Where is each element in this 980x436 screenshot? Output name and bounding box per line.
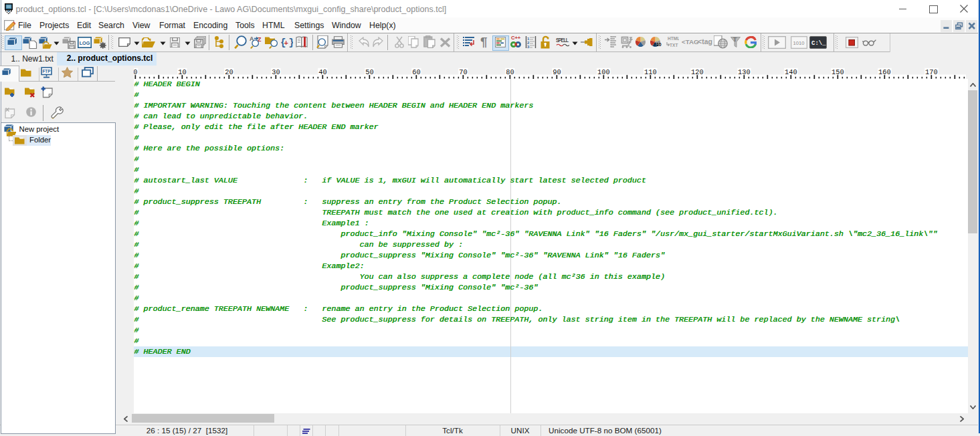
svg-text:130: 130 <box>738 68 751 76</box>
svg-text:#10: #10 <box>654 42 662 47</box>
svg-text:C:\_: C:\_ <box>811 40 826 47</box>
svg-text:50: 50 <box>365 68 373 76</box>
svg-text:70: 70 <box>459 68 467 76</box>
svg-text:LOG: LOG <box>80 40 90 46</box>
svg-text:0: 0 <box>134 68 138 76</box>
svg-text:C++: C++ <box>511 35 521 41</box>
svg-text:140: 140 <box>785 68 797 76</box>
svg-text:SPELL: SPELL <box>556 38 569 43</box>
svg-text:1010: 1010 <box>793 40 805 46</box>
svg-text:120: 120 <box>691 68 704 76</box>
svg-text:80: 80 <box>506 68 514 76</box>
svg-text:160: 160 <box>878 68 891 76</box>
svg-text:110: 110 <box>644 68 657 76</box>
svg-text:20: 20 <box>225 68 233 76</box>
svg-text:100: 100 <box>597 68 610 76</box>
svg-text:3: 3 <box>527 45 530 49</box>
svg-text:150: 150 <box>831 68 844 76</box>
svg-text:TXT: TXT <box>670 43 678 47</box>
svg-text:10: 10 <box>178 68 186 76</box>
svg-text:60: 60 <box>412 68 420 76</box>
svg-text:FTP: FTP <box>42 69 51 74</box>
svg-text:}: } <box>288 37 293 47</box>
svg-text:+: + <box>284 39 288 47</box>
svg-text:T: T <box>733 37 737 43</box>
svg-text:40: 40 <box>318 68 326 76</box>
svg-text:170: 170 <box>925 68 938 76</box>
svg-text:30: 30 <box>272 68 280 76</box>
svg-text:90: 90 <box>553 68 561 76</box>
svg-text:HTML: HTML <box>668 36 679 41</box>
